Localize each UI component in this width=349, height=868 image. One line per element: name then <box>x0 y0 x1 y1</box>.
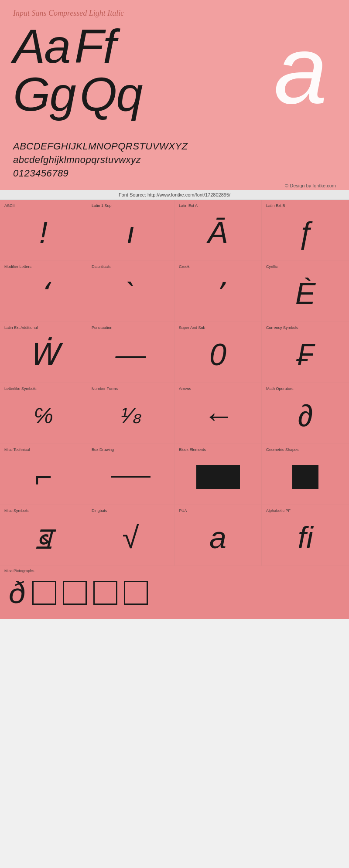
glyph-label-11: Currency Symbols <box>263 326 298 330</box>
glyph-label-12: Letterlike Symbols <box>2 387 37 391</box>
glyph-symbol-18 <box>196 454 240 499</box>
glyph-label-18: Block Elements <box>176 448 206 452</box>
large-white-a: a <box>274 22 327 118</box>
glyph-cell-6: Greekʼ <box>174 261 262 322</box>
large-letter-gg: Gg <box>13 70 75 118</box>
glyph-label-16: Misc Technical <box>2 448 30 452</box>
glyph-cell-8: Latin Ext AdditionalẆ <box>0 322 87 383</box>
glyph-label-4: Modifier Letters <box>2 264 31 269</box>
glyph-cell-16: Misc Technical⌐ <box>0 444 87 505</box>
glyph-cell-9: Punctuation— <box>87 322 174 383</box>
glyph-symbol-10: 0 <box>209 332 226 377</box>
digits: 0123456789 <box>13 167 336 180</box>
glyph-cell-1: Latin 1 Supı <box>87 200 174 261</box>
uppercase-alphabet: ABCDEFGHIJKLMNOPQRSTUVWXYZ <box>13 140 336 153</box>
glyph-label-21: Dingbats <box>89 509 107 513</box>
glyph-label-8: Latin Ext Additional <box>2 326 38 330</box>
glyph-cell-3: Latin Ext Bƒ <box>262 200 349 261</box>
glyph-label-9: Punctuation <box>89 326 113 330</box>
glyph-cell-20: Misc Symbolsॿ <box>0 505 87 566</box>
credit-section: © Design by fontke.com <box>0 182 349 190</box>
glyph-symbol-0: ! <box>39 210 48 255</box>
credit-text: © Design by fontke.com <box>285 183 336 188</box>
glyph-label-2: Latin Ext A <box>176 203 198 208</box>
pictograph-square-2 <box>63 581 87 605</box>
glyph-cell-7: CyrillicÈ <box>262 261 349 322</box>
glyph-cell-10: Super And Sub0 <box>174 322 262 383</box>
pictograph-square-3 <box>93 581 117 605</box>
pictographs-label: Misc Pictographs <box>0 566 349 573</box>
glyph-label-0: ASCII <box>2 203 15 208</box>
glyph-symbol-23: fi <box>298 515 313 560</box>
glyph-symbol-5: ` <box>126 271 136 316</box>
glyph-symbol-19 <box>292 454 318 499</box>
glyph-symbol-4: ʻ <box>39 271 48 316</box>
glyph-symbol-11: ₣ <box>297 332 314 377</box>
glyph-symbol-16: ⌐ <box>34 454 52 499</box>
glyph-symbol-2: Ā <box>208 210 228 255</box>
glyph-cell-17: Box Drawing <box>87 444 174 505</box>
glyph-cell-12: Letterlike Symbols℅ <box>0 383 87 444</box>
large-letters-display: Aa Ff Gg Qq a <box>13 22 336 136</box>
lowercase-alphabet: abcdefghijklmnopqrstuvwxyz <box>13 153 336 167</box>
glyph-label-10: Super And Sub <box>176 326 205 330</box>
glyph-label-23: Alphabetic PF <box>263 509 291 513</box>
glyph-cell-18: Block Elements <box>174 444 262 505</box>
glyph-cell-19: Geometric Shapes <box>262 444 349 505</box>
glyph-cell-2: Latin Ext AĀ <box>174 200 262 261</box>
glyph-label-3: Latin Ext B <box>263 203 285 208</box>
alphabet-section: ABCDEFGHIJKLMNOPQRSTUVWXYZ abcdefghijklm… <box>0 136 349 182</box>
glyph-cell-15: Math Operators∂ <box>262 383 349 444</box>
glyph-symbol-6: ʼ <box>213 271 223 316</box>
pictographs-section: Misc Pictographs ð <box>0 566 349 619</box>
glyph-label-14: Arrows <box>176 387 191 391</box>
glyph-cell-4: Modifier Lettersʻ <box>0 261 87 322</box>
glyph-symbol-7: È <box>295 271 316 316</box>
glyph-cell-21: Dingbats√ <box>87 505 174 566</box>
glyph-symbol-14: ← <box>203 393 233 438</box>
glyph-symbol-21: √ <box>122 515 139 560</box>
glyph-symbol-13: ¹⁄₈ <box>121 393 140 438</box>
glyph-grid: ASCII!Latin 1 SupıLatin Ext AĀLatin Ext … <box>0 200 349 566</box>
glyph-label-7: Cyrillic <box>263 264 278 269</box>
pictograph-glyph-1: ð <box>9 575 26 610</box>
glyph-label-17: Box Drawing <box>89 448 114 452</box>
glyph-symbol-9: — <box>116 332 146 377</box>
glyph-symbol-1: ı <box>127 210 135 255</box>
glyph-label-13: Number Forms <box>89 387 118 391</box>
glyph-symbol-3: ƒ <box>297 210 314 255</box>
glyph-label-22: PUA <box>176 509 187 513</box>
glyph-cell-23: Alphabetic PFfi <box>262 505 349 566</box>
glyph-cell-14: Arrows← <box>174 383 262 444</box>
glyph-cell-22: PUAa <box>174 505 262 566</box>
large-letter-aa: Aa <box>13 22 70 70</box>
glyph-cell-11: Currency Symbols₣ <box>262 322 349 383</box>
source-text: Font Source: http://www.fontke.com/font/… <box>119 192 230 197</box>
glyph-symbol-15: ∂ <box>298 393 313 438</box>
source-bar: Font Source: http://www.fontke.com/font/… <box>0 190 349 200</box>
pictograph-row: ð <box>0 573 349 619</box>
glyph-cell-0: ASCII! <box>0 200 87 261</box>
glyph-label-19: Geometric Shapes <box>263 448 299 452</box>
glyph-label-20: Misc Symbols <box>2 509 29 513</box>
glyph-symbol-12: ℅ <box>34 393 53 438</box>
large-letter-qq: Qq <box>80 70 142 118</box>
glyph-label-1: Latin 1 Sup <box>89 203 112 208</box>
large-letter-ff: Ff <box>75 22 116 70</box>
glyph-symbol-8: Ẇ <box>28 332 58 377</box>
glyph-cell-13: Number Forms¹⁄₈ <box>87 383 174 444</box>
glyph-symbol-17 <box>111 454 151 499</box>
pictograph-square-4 <box>124 581 148 605</box>
glyph-label-6: Greek <box>176 264 190 269</box>
glyph-symbol-22: a <box>209 515 226 560</box>
glyph-symbol-20: ॿ <box>36 515 51 560</box>
glyph-cell-5: Diacriticals` <box>87 261 174 322</box>
glyph-label-15: Math Operators <box>263 387 294 391</box>
pictograph-square-1 <box>32 581 56 605</box>
glyph-label-5: Diacriticals <box>89 264 111 269</box>
